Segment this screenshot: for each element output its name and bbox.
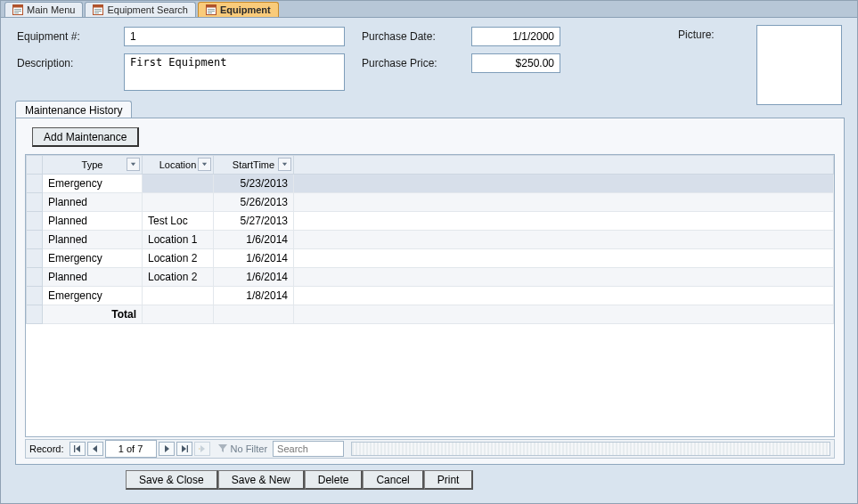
picture-label: Picture: bbox=[678, 28, 715, 41]
nav-last-button[interactable] bbox=[176, 442, 192, 456]
table-row[interactable]: PlannedTest Loc5/27/2013 bbox=[27, 212, 834, 231]
chevron-down-icon[interactable] bbox=[198, 158, 211, 171]
purchase-price-field[interactable] bbox=[471, 53, 560, 73]
cell-type[interactable]: Planned bbox=[43, 268, 143, 287]
row-selector[interactable] bbox=[27, 175, 43, 193]
svg-rect-13 bbox=[208, 11, 215, 12]
row-selector[interactable] bbox=[27, 193, 43, 212]
svg-rect-16 bbox=[186, 445, 187, 452]
total-label: Total bbox=[43, 305, 143, 324]
nav-prev-button[interactable] bbox=[87, 442, 103, 456]
row-selector[interactable] bbox=[27, 268, 43, 287]
svg-rect-4 bbox=[14, 12, 19, 13]
cell-location[interactable] bbox=[143, 175, 214, 193]
save-close-button[interactable]: Save & Close bbox=[126, 470, 218, 490]
cell-type[interactable]: Planned bbox=[43, 212, 143, 231]
picture-box[interactable] bbox=[756, 25, 842, 105]
col-header-blank bbox=[294, 156, 834, 175]
cell-type[interactable]: Emergency bbox=[43, 175, 143, 193]
cell-starttime[interactable]: 1/8/2014 bbox=[214, 287, 294, 305]
table-row[interactable]: Emergency1/8/2014 bbox=[27, 287, 834, 305]
cell-starttime[interactable]: 1/6/2014 bbox=[214, 231, 294, 249]
form-command-bar: Save & Close Save & New Delete Cancel Pr… bbox=[126, 470, 473, 490]
cell-location[interactable]: Test Loc bbox=[143, 212, 214, 231]
chevron-down-icon[interactable] bbox=[127, 158, 140, 171]
cell-blank bbox=[294, 175, 834, 193]
nav-first-button[interactable] bbox=[69, 442, 86, 456]
cell-blank bbox=[294, 212, 834, 231]
cell-location[interactable]: Location 2 bbox=[143, 249, 214, 268]
table-row[interactable]: PlannedLocation 11/6/2014 bbox=[27, 231, 834, 249]
purchase-price-label: Purchase Price: bbox=[362, 57, 437, 69]
cell-type[interactable]: Planned bbox=[43, 193, 143, 212]
purchase-date-field[interactable] bbox=[471, 27, 560, 46]
horizontal-scrollbar[interactable] bbox=[351, 442, 830, 456]
record-position-box[interactable] bbox=[105, 440, 157, 458]
cell-starttime[interactable]: 5/27/2013 bbox=[214, 212, 294, 231]
cancel-button[interactable]: Cancel bbox=[363, 470, 423, 490]
svg-rect-1 bbox=[13, 5, 23, 8]
svg-rect-17 bbox=[199, 448, 200, 449]
cell-location[interactable]: Location 2 bbox=[143, 268, 214, 287]
row-selector[interactable] bbox=[27, 287, 43, 305]
table-row[interactable]: PlannedLocation 21/6/2014 bbox=[27, 268, 834, 287]
cell-starttime[interactable]: 5/26/2013 bbox=[214, 193, 294, 212]
row-selector[interactable] bbox=[27, 249, 43, 268]
cell-blank bbox=[294, 268, 834, 287]
tab-main-menu[interactable]: Main Menu bbox=[4, 2, 83, 17]
save-new-button[interactable]: Save & New bbox=[218, 470, 305, 490]
record-navigator: Record: No Filter bbox=[25, 439, 835, 459]
filter-indicator[interactable]: No Filter bbox=[217, 443, 268, 455]
tab-equipment-search[interactable]: Equipment Search bbox=[85, 2, 196, 17]
table-row[interactable]: EmergencyLocation 21/6/2014 bbox=[27, 249, 834, 268]
print-button[interactable]: Print bbox=[424, 470, 474, 490]
col-header-starttime[interactable]: StartTime bbox=[214, 156, 294, 175]
tab-label: Main Menu bbox=[27, 4, 75, 15]
svg-rect-2 bbox=[14, 9, 21, 10]
cell-blank bbox=[294, 287, 834, 305]
maintenance-datasheet[interactable]: Type Location StartTime Emergency5/23/20… bbox=[25, 154, 835, 437]
svg-rect-9 bbox=[94, 12, 99, 13]
nav-next-button[interactable] bbox=[159, 442, 175, 456]
row-selector[interactable] bbox=[27, 231, 43, 249]
add-maintenance-button[interactable]: Add Maintenance bbox=[32, 127, 139, 147]
svg-rect-12 bbox=[208, 9, 215, 10]
equipment-num-label: Equipment #: bbox=[17, 30, 80, 43]
cell-starttime[interactable]: 5/23/2013 bbox=[214, 175, 294, 193]
cell-starttime[interactable]: 1/6/2014 bbox=[214, 249, 294, 268]
tab-label: Equipment bbox=[220, 4, 271, 15]
svg-rect-3 bbox=[14, 11, 21, 12]
cell-starttime[interactable]: 1/6/2014 bbox=[214, 268, 294, 287]
svg-rect-7 bbox=[94, 9, 102, 10]
description-field[interactable] bbox=[124, 53, 345, 91]
tab-equipment[interactable]: Equipment bbox=[198, 2, 279, 17]
record-search-box[interactable] bbox=[273, 441, 344, 457]
tab-maintenance-history[interactable]: Maintenance History bbox=[15, 101, 132, 119]
row-selector[interactable] bbox=[27, 212, 43, 231]
delete-button[interactable]: Delete bbox=[305, 470, 364, 490]
svg-rect-11 bbox=[206, 5, 216, 8]
col-header-type[interactable]: Type bbox=[43, 156, 143, 175]
row-selector-header[interactable] bbox=[27, 156, 43, 175]
svg-rect-6 bbox=[94, 5, 103, 8]
svg-rect-14 bbox=[208, 12, 212, 13]
form-icon bbox=[206, 4, 217, 15]
nav-new-button[interactable] bbox=[194, 442, 210, 456]
svg-rect-8 bbox=[94, 11, 102, 12]
cell-location[interactable] bbox=[143, 287, 214, 305]
purchase-date-label: Purchase Date: bbox=[362, 30, 436, 43]
cell-location[interactable] bbox=[143, 193, 214, 212]
cell-blank bbox=[294, 193, 834, 212]
cell-location[interactable]: Location 1 bbox=[143, 231, 214, 249]
document-tabstrip: Main Menu Equipment Search Equipment bbox=[1, 1, 857, 18]
cell-type[interactable]: Planned bbox=[43, 231, 143, 249]
table-row[interactable]: Emergency5/23/2013 bbox=[27, 175, 834, 193]
cell-type[interactable]: Emergency bbox=[43, 249, 143, 268]
table-row[interactable]: Planned5/26/2013 bbox=[27, 193, 834, 212]
form-icon bbox=[93, 4, 103, 15]
cell-type[interactable]: Emergency bbox=[43, 287, 143, 305]
chevron-down-icon[interactable] bbox=[278, 158, 291, 171]
equipment-form: Equipment #: Description: Purchase Date:… bbox=[1, 18, 857, 503]
col-header-location[interactable]: Location bbox=[143, 156, 214, 175]
equipment-num-field[interactable] bbox=[124, 27, 345, 46]
